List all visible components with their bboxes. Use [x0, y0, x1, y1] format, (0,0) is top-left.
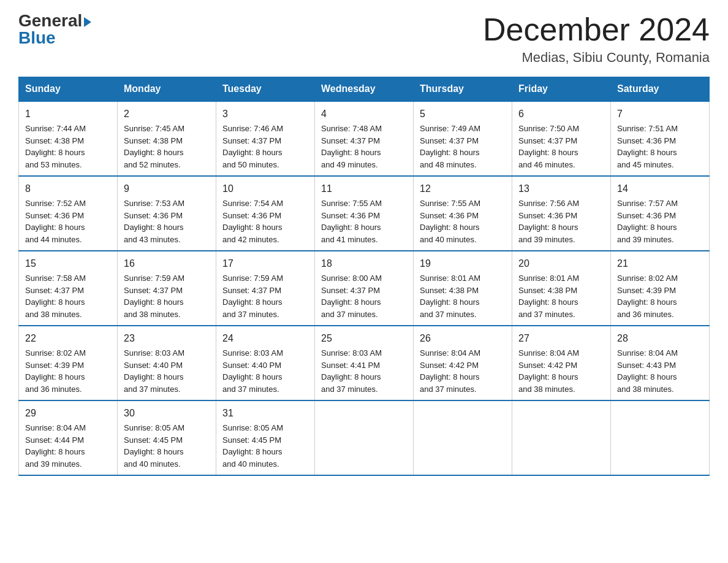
day-number: 7: [617, 107, 703, 121]
day-number: 19: [420, 256, 506, 271]
day-number: 15: [25, 256, 111, 271]
day-number: 22: [25, 331, 111, 346]
day-number: 12: [420, 182, 506, 196]
day-number: 10: [222, 182, 308, 196]
day-info: Sunrise: 7:54 AMSunset: 4:36 PMDaylight:…: [222, 199, 283, 244]
day-info: Sunrise: 7:56 AMSunset: 4:36 PMDaylight:…: [518, 199, 579, 244]
table-row: 26 Sunrise: 8:04 AMSunset: 4:42 PMDaylig…: [414, 326, 512, 400]
logo-triangle-icon: [84, 17, 91, 27]
day-number: 3: [222, 107, 308, 121]
day-info: Sunrise: 8:03 AMSunset: 4:40 PMDaylight:…: [124, 348, 184, 394]
day-number: 4: [321, 107, 407, 121]
day-info: Sunrise: 7:59 AMSunset: 4:37 PMDaylight:…: [222, 274, 283, 319]
day-info: Sunrise: 8:01 AMSunset: 4:38 PMDaylight:…: [420, 274, 480, 319]
day-number: 18: [321, 256, 407, 271]
main-title: December 2024: [483, 12, 710, 47]
day-info: Sunrise: 7:46 AMSunset: 4:37 PMDaylight:…: [222, 124, 283, 169]
table-row: 6 Sunrise: 7:50 AMSunset: 4:37 PMDayligh…: [512, 101, 611, 176]
table-row: [315, 400, 414, 475]
table-row: 31 Sunrise: 8:05 AMSunset: 4:45 PMDaylig…: [216, 400, 315, 475]
calendar-week-2: 8 Sunrise: 7:52 AMSunset: 4:36 PMDayligh…: [19, 176, 710, 251]
day-number: 16: [124, 256, 210, 271]
table-row: 14 Sunrise: 7:57 AMSunset: 4:36 PMDaylig…: [611, 176, 710, 251]
day-number: 14: [617, 182, 703, 196]
day-number: 30: [124, 406, 210, 421]
day-number: 20: [518, 256, 604, 271]
table-row: [414, 400, 512, 475]
day-info: Sunrise: 8:03 AMSunset: 4:40 PMDaylight:…: [222, 348, 283, 394]
day-number: 5: [420, 107, 506, 121]
col-monday: Monday: [118, 77, 216, 102]
table-row: 9 Sunrise: 7:53 AMSunset: 4:36 PMDayligh…: [118, 176, 216, 251]
day-number: 8: [25, 182, 111, 196]
day-number: 17: [222, 256, 308, 271]
day-info: Sunrise: 7:55 AMSunset: 4:36 PMDaylight:…: [420, 199, 480, 244]
day-info: Sunrise: 8:05 AMSunset: 4:45 PMDaylight:…: [222, 423, 283, 469]
table-row: 13 Sunrise: 7:56 AMSunset: 4:36 PMDaylig…: [512, 176, 611, 251]
table-row: 7 Sunrise: 7:51 AMSunset: 4:36 PMDayligh…: [611, 101, 710, 176]
day-info: Sunrise: 7:45 AMSunset: 4:38 PMDaylight:…: [124, 124, 184, 169]
table-row: 22 Sunrise: 8:02 AMSunset: 4:39 PMDaylig…: [19, 326, 118, 400]
day-number: 21: [617, 256, 703, 271]
day-info: Sunrise: 8:01 AMSunset: 4:38 PMDaylight:…: [518, 274, 579, 319]
table-row: 2 Sunrise: 7:45 AMSunset: 4:38 PMDayligh…: [118, 101, 216, 176]
day-info: Sunrise: 8:04 AMSunset: 4:44 PMDaylight:…: [25, 423, 86, 469]
table-row: 4 Sunrise: 7:48 AMSunset: 4:37 PMDayligh…: [315, 101, 414, 176]
day-info: Sunrise: 7:52 AMSunset: 4:36 PMDaylight:…: [25, 199, 86, 244]
day-number: 11: [321, 182, 407, 196]
table-row: 21 Sunrise: 8:02 AMSunset: 4:39 PMDaylig…: [611, 251, 710, 326]
day-number: 25: [321, 331, 407, 346]
day-number: 26: [420, 331, 506, 346]
logo-general: General: [18, 12, 82, 29]
table-row: 18 Sunrise: 8:00 AMSunset: 4:37 PMDaylig…: [315, 251, 414, 326]
day-info: Sunrise: 8:04 AMSunset: 4:43 PMDaylight:…: [617, 348, 678, 394]
table-row: 16 Sunrise: 7:59 AMSunset: 4:37 PMDaylig…: [118, 251, 216, 326]
day-info: Sunrise: 8:00 AMSunset: 4:37 PMDaylight:…: [321, 274, 382, 319]
table-row: 19 Sunrise: 8:01 AMSunset: 4:38 PMDaylig…: [414, 251, 512, 326]
table-row: 23 Sunrise: 8:03 AMSunset: 4:40 PMDaylig…: [118, 326, 216, 400]
day-number: 2: [124, 107, 210, 121]
table-row: [512, 400, 611, 475]
table-row: 20 Sunrise: 8:01 AMSunset: 4:38 PMDaylig…: [512, 251, 611, 326]
calendar-table: Sunday Monday Tuesday Wednesday Thursday…: [18, 77, 710, 476]
day-number: 29: [25, 406, 111, 421]
page-header: General Blue December 2024 Medias, Sibiu…: [18, 12, 710, 66]
col-wednesday: Wednesday: [315, 77, 414, 102]
title-section: December 2024 Medias, Sibiu County, Roma…: [483, 12, 710, 66]
day-number: 23: [124, 331, 210, 346]
day-number: 24: [222, 331, 308, 346]
table-row: 15 Sunrise: 7:58 AMSunset: 4:37 PMDaylig…: [19, 251, 118, 326]
day-number: 31: [222, 406, 308, 421]
day-info: Sunrise: 8:05 AMSunset: 4:45 PMDaylight:…: [124, 423, 184, 469]
day-number: 13: [518, 182, 604, 196]
logo: General Blue: [18, 12, 91, 47]
table-row: 24 Sunrise: 8:03 AMSunset: 4:40 PMDaylig…: [216, 326, 315, 400]
day-info: Sunrise: 7:44 AMSunset: 4:38 PMDaylight:…: [25, 124, 86, 169]
table-row: 11 Sunrise: 7:55 AMSunset: 4:36 PMDaylig…: [315, 176, 414, 251]
calendar-week-5: 29 Sunrise: 8:04 AMSunset: 4:44 PMDaylig…: [19, 400, 710, 475]
calendar-week-4: 22 Sunrise: 8:02 AMSunset: 4:39 PMDaylig…: [19, 326, 710, 400]
col-thursday: Thursday: [414, 77, 512, 102]
col-sunday: Sunday: [19, 77, 118, 102]
table-row: 17 Sunrise: 7:59 AMSunset: 4:37 PMDaylig…: [216, 251, 315, 326]
table-row: 8 Sunrise: 7:52 AMSunset: 4:36 PMDayligh…: [19, 176, 118, 251]
table-row: 12 Sunrise: 7:55 AMSunset: 4:36 PMDaylig…: [414, 176, 512, 251]
day-info: Sunrise: 7:49 AMSunset: 4:37 PMDaylight:…: [420, 124, 480, 169]
logo-blue: Blue: [18, 28, 56, 47]
day-info: Sunrise: 7:59 AMSunset: 4:37 PMDaylight:…: [124, 274, 184, 319]
day-number: 9: [124, 182, 210, 196]
day-info: Sunrise: 7:48 AMSunset: 4:37 PMDaylight:…: [321, 124, 382, 169]
day-info: Sunrise: 8:02 AMSunset: 4:39 PMDaylight:…: [617, 274, 678, 319]
table-row: 5 Sunrise: 7:49 AMSunset: 4:37 PMDayligh…: [414, 101, 512, 176]
table-row: 29 Sunrise: 8:04 AMSunset: 4:44 PMDaylig…: [19, 400, 118, 475]
table-row: 10 Sunrise: 7:54 AMSunset: 4:36 PMDaylig…: [216, 176, 315, 251]
location-subtitle: Medias, Sibiu County, Romania: [483, 50, 710, 66]
day-info: Sunrise: 7:50 AMSunset: 4:37 PMDaylight:…: [518, 124, 579, 169]
calendar-week-1: 1 Sunrise: 7:44 AMSunset: 4:38 PMDayligh…: [19, 101, 710, 176]
day-number: 6: [518, 107, 604, 121]
table-row: 28 Sunrise: 8:04 AMSunset: 4:43 PMDaylig…: [611, 326, 710, 400]
table-row: 3 Sunrise: 7:46 AMSunset: 4:37 PMDayligh…: [216, 101, 315, 176]
day-number: 28: [617, 331, 703, 346]
day-number: 1: [25, 107, 111, 121]
table-row: [611, 400, 710, 475]
